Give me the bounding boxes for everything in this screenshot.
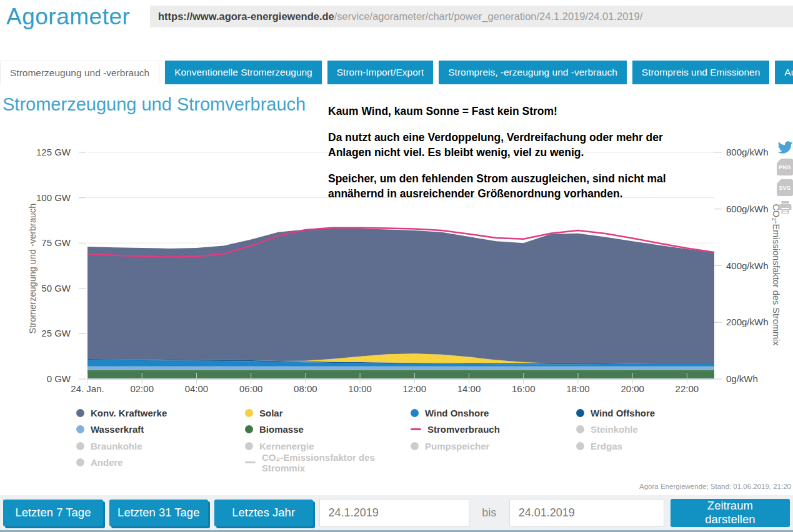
bis-label: bis [476, 506, 503, 520]
svg-text:50 GW: 50 GW [41, 283, 71, 293]
legend-label: Wasserkraft [91, 424, 144, 435]
date-to-input[interactable] [509, 499, 664, 527]
range-button-letztes-jahr[interactable]: Letztes Jahr [214, 500, 313, 526]
svg-text:08:00: 08:00 [294, 383, 317, 394]
range-button-letzten-31-tage[interactable]: Letzten 31 Tage [109, 500, 208, 526]
svg-text:800g/kWh: 800g/kWh [726, 147, 769, 157]
chart-legend: Konv. KraftwerkeWasserkraftBraunkohleAnd… [76, 405, 787, 471]
legend-dot-marker [76, 409, 84, 417]
svg-text:06:00: 06:00 [239, 383, 263, 394]
source-note: Agora Energiewende; Stand: 01.06.2019, 2… [639, 483, 791, 490]
chart-stacked-areas[interactable] [87, 229, 714, 379]
svg-text:0g/kWh: 0g/kWh [726, 373, 758, 384]
legend-item-wind-offshore[interactable]: Wind Offshore [576, 405, 787, 421]
legend-label: Kernenergie [259, 441, 314, 451]
page-title: Stromerzeugung und Stromverbrauch [2, 94, 306, 115]
svg-text:02:00: 02:00 [130, 383, 154, 394]
legend-item-andere[interactable]: Andere [76, 455, 245, 471]
svg-text:400g/kWh: 400g/kWh [726, 260, 769, 271]
annotation-line-3: Speicher, um den fehlenden Strom auszugl… [328, 171, 678, 201]
annotation-line-1: Kaum Wind, kaum Sonne = Fast kein Strom! [328, 104, 678, 119]
url-path: /service/agorameter/chart/power_generati… [334, 11, 643, 22]
tab-bar: Stromerzeugung und -verbrauchKonventione… [0, 61, 793, 84]
legend-item-steinkohle[interactable]: Steinkohle [576, 421, 787, 438]
svg-text:22:00: 22:00 [676, 383, 699, 394]
tab-strompreis-erzeugung-und-verbrauch[interactable]: Strompreis, -erzeugung und -verbrauch [439, 61, 627, 84]
legend-label: Erdgas [591, 441, 622, 451]
legend-line-marker [245, 461, 256, 463]
svg-text:0 GW: 0 GW [47, 373, 71, 384]
tab-strompreis-und-emissionen[interactable]: Strompreis und Emissionen [632, 61, 770, 84]
legend-item-solar[interactable]: Solar [245, 405, 411, 421]
legend-label: Andere [91, 457, 123, 468]
svg-text:04:00: 04:00 [185, 383, 209, 394]
legend-line-marker [411, 428, 421, 430]
legend-dot-marker [76, 425, 84, 433]
svg-text:25 GW: 25 GW [41, 328, 71, 338]
legend-item-konv-kraftwerke[interactable]: Konv. Kraftwerke [76, 405, 245, 421]
legend-item-wind-onshore[interactable]: Wind Onshore [411, 405, 576, 421]
legend-dot-marker [245, 425, 253, 433]
legend-label: CO₂-Emissionsfaktor des Strommix [262, 452, 411, 473]
svg-text:125 GW: 125 GW [36, 147, 71, 157]
tab-konventionelle-stromerzeugung[interactable]: Konventionelle Stromerzeugung [165, 61, 322, 84]
tab-strom-import-export[interactable]: Strom-Import/Export [327, 61, 434, 84]
area-biomasse[interactable] [87, 370, 714, 380]
svg-text:200g/kWh: 200g/kWh [726, 317, 769, 327]
area-konv-kraftwerke[interactable] [87, 229, 714, 363]
y-axis-left: 125 GW100 GW75 GW50 GW25 GW0 GW [36, 147, 86, 384]
app-logo: Agorameter [6, 4, 130, 30]
svg-text:16:00: 16:00 [512, 383, 536, 394]
range-button-letzten-7-tage[interactable]: Letzten 7 Tage [3, 500, 103, 526]
date-range-toolbar: Letzten 7 TageLetzten 31 TageLetztes Jah… [0, 495, 793, 532]
legend-dot-marker [576, 442, 584, 450]
svg-text:12:00: 12:00 [403, 383, 427, 394]
chart-annotation: Kaum Wind, kaum Sonne = Fast kein Strom!… [328, 104, 678, 212]
legend-label: Pumpspeicher [425, 441, 489, 451]
print-icon[interactable] [777, 200, 793, 215]
y-axis-left-title: Stromerzeugung und -verbrauch [27, 204, 37, 334]
legend-item-pumpspeicher[interactable]: Pumpspeicher [411, 438, 576, 455]
twitter-icon[interactable] [777, 140, 793, 155]
legend-column: SolarBiomasseKernenergieCO₂-Emissionsfak… [245, 405, 411, 471]
share-toolbar: PNG SVG [777, 140, 793, 215]
svg-text:100 GW: 100 GW [36, 192, 71, 203]
legend-dot-marker [576, 425, 584, 433]
y-axis-right-title: CO₂-Emissionsfaktor des Strommix [771, 204, 781, 346]
svg-text:600g/kWh: 600g/kWh [726, 204, 769, 214]
tab-auf-einen-blick[interactable]: Auf einen Blick [775, 61, 793, 84]
legend-column: Konv. KraftwerkeWasserkraftBraunkohleAnd… [76, 405, 245, 471]
legend-dot-marker [76, 442, 84, 450]
legend-label: Steinkohle [591, 424, 638, 435]
legend-item-braunkohle[interactable]: Braunkohle [76, 438, 245, 455]
legend-item-biomasse[interactable]: Biomasse [245, 421, 411, 438]
svg-text:24. Jan.: 24. Jan. [71, 383, 104, 394]
legend-label: Biomasse [259, 424, 304, 435]
legend-label: Stromverbrauch [427, 424, 500, 435]
legend-item-wasserkraft[interactable]: Wasserkraft [76, 421, 245, 438]
svg-text:14:00: 14:00 [457, 383, 481, 394]
legend-item-stromverbrauch[interactable]: Stromverbrauch [411, 421, 576, 438]
svg-text:20:00: 20:00 [621, 383, 644, 394]
legend-dot-marker [76, 458, 84, 466]
legend-label: Solar [259, 408, 283, 418]
legend-item-co-emissionsfaktor-des-strommix[interactable]: CO₂-Emissionsfaktor des Strommix [245, 455, 411, 471]
legend-dot-marker [245, 442, 253, 450]
annotation-line-2: Da nutzt auch eine Verdoppelung, Verdrei… [328, 130, 678, 160]
svg-text:10:00: 10:00 [348, 383, 372, 394]
svg-text:75 GW: 75 GW [41, 237, 71, 248]
legend-label: Konv. Kraftwerke [91, 408, 167, 418]
legend-dot-marker [411, 442, 419, 450]
legend-item-erdgas[interactable]: Erdgas [576, 438, 787, 455]
show-range-button[interactable]: Zeitraum darstellen [671, 499, 790, 527]
date-from-input[interactable] [319, 499, 469, 527]
download-svg-icon[interactable]: SVG [777, 179, 793, 196]
legend-label: Wind Offshore [591, 408, 655, 418]
url-domain: https://www.agora-energiewende.de [158, 11, 334, 22]
y-axis-right: 800g/kWh600g/kWh400g/kWh200g/kWh0g/kWh [714, 147, 769, 384]
download-png-icon[interactable]: PNG [777, 159, 793, 175]
tab-stromerzeugung-und-verbrauch[interactable]: Stromerzeugung und -verbrauch [0, 61, 159, 84]
area-wasserkraft[interactable] [87, 367, 714, 370]
legend-label: Wind Onshore [425, 408, 489, 418]
svg-text:18:00: 18:00 [566, 383, 590, 394]
